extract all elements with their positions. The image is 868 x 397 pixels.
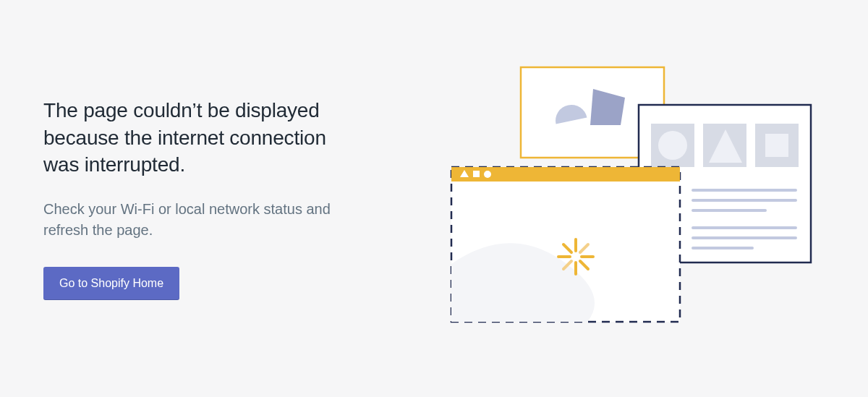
svg-point-20 — [484, 171, 491, 178]
error-text-block: The page couldn’t be displayed because t… — [43, 97, 362, 300]
error-page-container: The page couldn’t be displayed because t… — [0, 54, 868, 343]
svg-rect-6 — [765, 134, 788, 157]
error-heading: The page couldn’t be displayed because t… — [43, 97, 362, 179]
error-subtext: Check your Wi-Fi or local network status… — [43, 199, 362, 241]
svg-point-3 — [658, 131, 687, 160]
error-illustration — [420, 54, 825, 343]
go-home-button[interactable]: Go to Shopify Home — [43, 267, 179, 300]
svg-rect-19 — [473, 171, 480, 177]
